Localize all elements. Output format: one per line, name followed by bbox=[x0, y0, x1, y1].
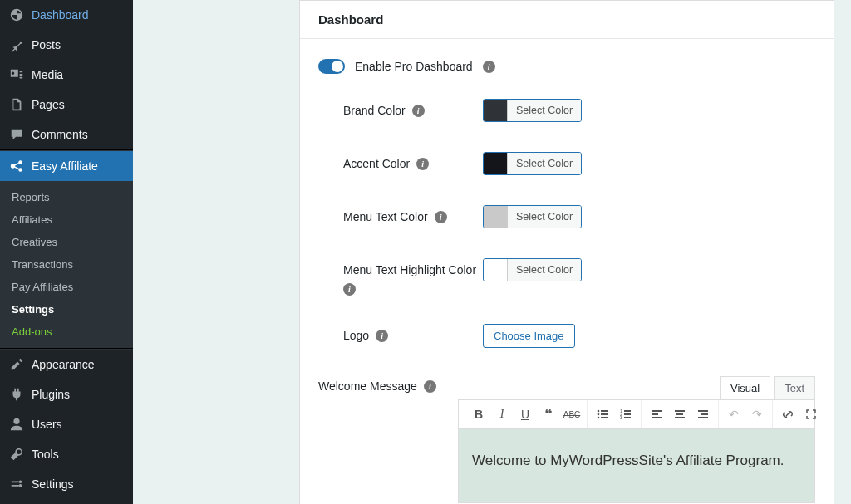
editor-tabs: Visual Text bbox=[458, 376, 815, 399]
accent-color-row: Accent Color i Select Color bbox=[343, 152, 815, 177]
svg-rect-19 bbox=[675, 410, 685, 412]
svg-rect-22 bbox=[698, 410, 708, 412]
sidebar-item-comments[interactable]: Comments bbox=[0, 120, 133, 149]
main-content: Dashboard Enable Pro Dashboard i Brand C… bbox=[133, 0, 851, 504]
quote-button[interactable]: ❝ bbox=[537, 403, 560, 426]
tools-icon bbox=[8, 446, 25, 462]
menu-text-highlight-color-picker[interactable]: Select Color bbox=[483, 258, 582, 281]
color-swatch bbox=[484, 100, 507, 121]
underline-button[interactable]: U bbox=[514, 403, 537, 426]
align-left-button[interactable] bbox=[645, 403, 668, 426]
svg-rect-24 bbox=[698, 417, 708, 418]
editor-toolbar: B I U ❝ ABC 123 bbox=[458, 399, 815, 429]
sidebar-item-appearance[interactable]: Appearance bbox=[0, 350, 133, 379]
toggle-knob bbox=[332, 61, 343, 72]
align-center-button[interactable] bbox=[668, 403, 691, 426]
info-icon[interactable]: i bbox=[376, 330, 388, 342]
info-icon[interactable]: i bbox=[412, 105, 425, 117]
logo-label: Logo bbox=[343, 329, 369, 342]
welcome-message-row: Welcome Message i Visual Text B I U ❝ bbox=[318, 376, 815, 503]
svg-point-8 bbox=[598, 417, 600, 419]
settings-icon bbox=[8, 476, 25, 492]
svg-rect-16 bbox=[652, 410, 662, 412]
svg-rect-17 bbox=[652, 413, 658, 415]
comment-icon bbox=[8, 126, 25, 143]
sidebar-submenu: Reports Affiliates Creatives Transaction… bbox=[0, 181, 133, 348]
svg-rect-9 bbox=[601, 417, 608, 418]
sidebar-item-settings[interactable]: Settings bbox=[0, 469, 133, 499]
submenu-item-affiliates[interactable]: Affiliates bbox=[0, 208, 133, 231]
tab-visual[interactable]: Visual bbox=[720, 376, 770, 399]
logo-row: Logo i Choose Image bbox=[343, 324, 815, 348]
submenu-item-addons[interactable]: Add-ons bbox=[0, 321, 133, 343]
menu-text-color-picker[interactable]: Select Color bbox=[483, 205, 582, 228]
svg-text:3: 3 bbox=[620, 415, 622, 420]
strikethrough-button[interactable]: ABC bbox=[560, 403, 583, 426]
media-icon bbox=[8, 66, 25, 83]
submenu-item-creatives[interactable]: Creatives bbox=[0, 231, 133, 253]
enable-pro-dashboard-toggle[interactable] bbox=[318, 59, 345, 74]
enable-pro-dashboard-row: Enable Pro Dashboard i bbox=[318, 59, 815, 74]
select-color-button[interactable]: Select Color bbox=[507, 259, 581, 281]
brand-color-picker[interactable]: Select Color bbox=[483, 99, 582, 122]
select-color-button[interactable]: Select Color bbox=[507, 100, 581, 121]
sidebar-item-tools[interactable]: Tools bbox=[0, 439, 133, 469]
svg-point-1 bbox=[18, 160, 22, 164]
info-icon[interactable]: i bbox=[483, 61, 495, 73]
sidebar-item-posts[interactable]: Posts bbox=[0, 30, 133, 60]
info-icon[interactable]: i bbox=[435, 211, 447, 223]
info-icon[interactable]: i bbox=[424, 380, 436, 393]
editor-content[interactable]: Welcome to MyWordPressSite's Affiliate P… bbox=[458, 429, 815, 503]
sidebar-item-label: Users bbox=[32, 418, 62, 431]
undo-button[interactable]: ↶ bbox=[722, 403, 745, 426]
sidebar-item-label: Posts bbox=[32, 38, 61, 51]
svg-rect-11 bbox=[624, 410, 631, 412]
svg-rect-21 bbox=[675, 417, 685, 418]
submenu-item-transactions[interactable]: Transactions bbox=[0, 253, 133, 276]
choose-image-button[interactable]: Choose Image bbox=[483, 324, 575, 348]
numbered-list-button[interactable]: 123 bbox=[614, 403, 637, 426]
info-icon[interactable]: i bbox=[416, 158, 429, 170]
tab-text[interactable]: Text bbox=[774, 376, 815, 399]
sidebar-item-easy-affiliate[interactable]: Easy Affiliate bbox=[0, 151, 133, 181]
brand-color-row: Brand Color i Select Color bbox=[343, 99, 815, 124]
sidebar-item-label: Plugins bbox=[32, 388, 70, 401]
sidebar-item-pages[interactable]: Pages bbox=[0, 90, 133, 120]
color-swatch bbox=[484, 206, 507, 228]
select-color-button[interactable]: Select Color bbox=[507, 153, 581, 174]
sidebar-item-users[interactable]: Users bbox=[0, 409, 133, 439]
bulleted-list-button[interactable] bbox=[591, 403, 614, 426]
info-icon[interactable]: i bbox=[343, 283, 356, 296]
svg-rect-23 bbox=[701, 413, 708, 415]
link-button[interactable] bbox=[776, 403, 799, 426]
bold-button[interactable]: B bbox=[467, 403, 490, 426]
welcome-message-label: Welcome Message bbox=[318, 379, 417, 393]
select-color-button[interactable]: Select Color bbox=[507, 206, 581, 228]
sidebar-item-label: Pages bbox=[32, 98, 65, 111]
submenu-item-reports[interactable]: Reports bbox=[0, 186, 133, 208]
sidebar-item-label: Media bbox=[32, 68, 63, 81]
sidebar-item-label: Easy Affiliate bbox=[32, 159, 98, 173]
italic-button[interactable]: I bbox=[490, 403, 514, 426]
svg-rect-13 bbox=[624, 413, 631, 415]
sidebar-item-plugins[interactable]: Plugins bbox=[0, 379, 133, 409]
color-swatch bbox=[484, 153, 507, 174]
sidebar-item-dashboard[interactable]: Dashboard bbox=[0, 0, 133, 30]
redo-button[interactable]: ↷ bbox=[745, 403, 769, 426]
sidebar-item-label: Comments bbox=[32, 128, 88, 141]
submenu-item-settings[interactable]: Settings bbox=[0, 298, 133, 321]
submenu-item-pay-affiliates[interactable]: Pay Affiliates bbox=[0, 276, 133, 298]
sidebar-item-media[interactable]: Media bbox=[0, 60, 133, 90]
dashboard-panel: Dashboard Enable Pro Dashboard i Brand C… bbox=[299, 0, 834, 504]
align-right-button[interactable] bbox=[691, 403, 715, 426]
pin-icon bbox=[8, 37, 25, 53]
fullscreen-button[interactable] bbox=[799, 403, 823, 426]
sidebar-item-label: Tools bbox=[32, 448, 59, 461]
svg-rect-7 bbox=[601, 413, 608, 415]
page-icon bbox=[8, 96, 25, 113]
sidebar-item-label: Settings bbox=[32, 477, 74, 491]
appearance-icon bbox=[8, 356, 25, 373]
menu-text-highlight-color-label: Menu Text Highlight Color bbox=[343, 263, 476, 276]
accent-color-picker[interactable]: Select Color bbox=[483, 152, 582, 175]
svg-point-4 bbox=[598, 410, 600, 413]
